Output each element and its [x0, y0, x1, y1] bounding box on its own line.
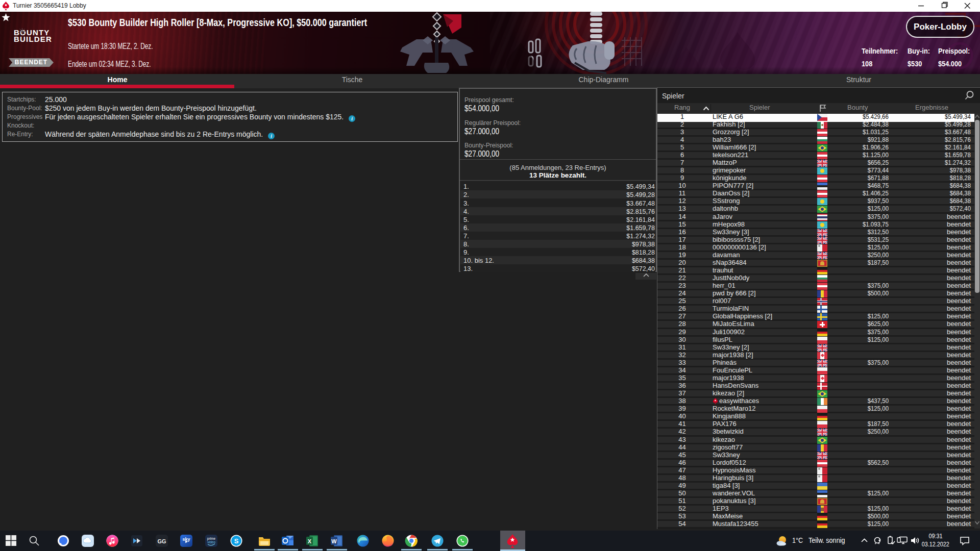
- svg-text:GG: GG: [157, 538, 166, 544]
- svg-text:video: video: [207, 540, 215, 544]
- svg-text:S: S: [234, 537, 239, 545]
- svg-text:X: X: [308, 538, 312, 544]
- svg-text:W: W: [331, 538, 337, 544]
